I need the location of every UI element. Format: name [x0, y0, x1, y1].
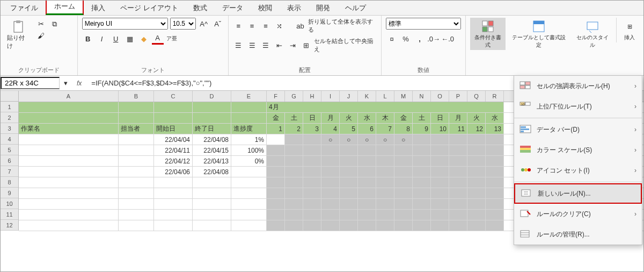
- dd-top-bottom[interactable]: 10 上位/下位ルール(T) ›: [514, 96, 642, 117]
- tab-review[interactable]: 校閲: [251, 1, 280, 15]
- cell-gantt[interactable]: [449, 167, 467, 177]
- align-top-icon[interactable]: ≡: [233, 20, 244, 32]
- cell-day-name[interactable]: 水: [486, 113, 504, 123]
- cell-day-num[interactable]: 1: [267, 124, 285, 134]
- cell[interactable]: [486, 210, 504, 220]
- cell[interactable]: [267, 188, 285, 198]
- cell-day-num[interactable]: 6: [358, 124, 376, 134]
- tab-data[interactable]: データ: [215, 1, 251, 15]
- cell[interactable]: [413, 199, 431, 209]
- col-header-L[interactable]: L: [376, 91, 394, 102]
- col-header-H[interactable]: H: [303, 91, 321, 102]
- cell-gantt[interactable]: [467, 156, 486, 166]
- conditional-format-button[interactable]: 条件付き書式: [470, 18, 505, 50]
- cell-gantt[interactable]: [285, 145, 303, 155]
- cell[interactable]: [358, 199, 376, 209]
- wrap-text-label[interactable]: 折り返して全体を表示する: [308, 18, 377, 34]
- cell-day-name[interactable]: 月: [321, 113, 340, 123]
- cell[interactable]: [119, 156, 154, 166]
- tab-home[interactable]: ホーム: [46, 0, 84, 15]
- cell-day-name[interactable]: 日: [303, 113, 321, 123]
- col-assignee[interactable]: 担当者: [119, 124, 154, 134]
- cell-month[interactable]: 4月: [267, 102, 504, 112]
- cell[interactable]: [119, 145, 154, 155]
- italic-button[interactable]: I: [96, 33, 108, 45]
- cell-day-name[interactable]: 日: [431, 113, 449, 123]
- cell[interactable]: [413, 177, 431, 188]
- cell[interactable]: [394, 210, 413, 220]
- cell[interactable]: [376, 199, 394, 209]
- dd-icon-sets[interactable]: アイコン セット(I) ›: [514, 160, 642, 181]
- cell[interactable]: [267, 210, 285, 220]
- cell[interactable]: [413, 210, 431, 220]
- increase-font-icon[interactable]: A^: [198, 18, 210, 30]
- cell-day-num[interactable]: 7: [376, 124, 394, 134]
- cell[interactable]: [358, 220, 376, 231]
- number-format-select[interactable]: 標準: [386, 18, 461, 30]
- cell[interactable]: [340, 188, 358, 198]
- cell[interactable]: [19, 220, 119, 231]
- cell[interactable]: [486, 199, 504, 209]
- col-header-B[interactable]: B: [119, 91, 154, 102]
- cell-gantt[interactable]: [394, 156, 413, 166]
- cell[interactable]: [285, 188, 303, 198]
- cell[interactable]: [486, 177, 504, 188]
- cell[interactable]: [193, 113, 231, 123]
- cell-day-num[interactable]: 11: [449, 124, 467, 134]
- cell-start[interactable]: 22/04/11: [154, 145, 193, 155]
- fx-button[interactable]: fx: [71, 80, 87, 87]
- align-left-icon[interactable]: ☰: [233, 39, 244, 51]
- cell[interactable]: [394, 220, 413, 231]
- cell[interactable]: [449, 188, 467, 198]
- cell-day-num[interactable]: 4: [321, 124, 340, 134]
- indent-dec-icon[interactable]: ⇤: [273, 39, 284, 51]
- cell[interactable]: [154, 188, 193, 198]
- col-taskname[interactable]: 作業名: [19, 124, 119, 134]
- cell-gantt[interactable]: [467, 167, 486, 177]
- cell[interactable]: [431, 199, 449, 209]
- col-header-N[interactable]: N: [413, 91, 431, 102]
- row-header-6[interactable]: 6: [1, 155, 18, 166]
- col-header-J[interactable]: J: [340, 91, 358, 102]
- cell-gantt[interactable]: [303, 134, 321, 145]
- wrap-text-icon[interactable]: ab: [295, 20, 306, 32]
- cell-gantt[interactable]: [467, 145, 486, 155]
- cell[interactable]: [267, 199, 285, 209]
- cell-day-num[interactable]: 13: [486, 124, 504, 134]
- col-header-I[interactable]: I: [321, 91, 340, 102]
- cell[interactable]: [358, 188, 376, 198]
- cell-styles-button[interactable]: セルのスタイル: [573, 18, 613, 50]
- cell-gantt[interactable]: ○: [394, 134, 413, 145]
- cell[interactable]: [467, 199, 486, 209]
- cell-gantt[interactable]: [267, 167, 285, 177]
- cell[interactable]: [119, 177, 154, 188]
- cell[interactable]: [19, 167, 119, 177]
- name-box[interactable]: [1, 77, 60, 89]
- tab-file[interactable]: ファイル: [3, 1, 46, 15]
- cell-gantt[interactable]: [413, 156, 431, 166]
- cell[interactable]: [449, 199, 467, 209]
- cell-gantt[interactable]: [467, 134, 486, 145]
- cell-progress[interactable]: 100%: [231, 145, 267, 155]
- cell-end[interactable]: 22/04/08: [193, 134, 231, 145]
- row-header-11[interactable]: 11: [1, 209, 18, 220]
- cell[interactable]: [321, 210, 340, 220]
- insert-cells-button[interactable]: ⊞ 挿入: [620, 18, 639, 42]
- cell-end[interactable]: 22/04/15: [193, 145, 231, 155]
- cell[interactable]: [376, 210, 394, 220]
- cell-progress[interactable]: 0%: [231, 156, 267, 166]
- col-header-C[interactable]: C: [154, 91, 193, 102]
- cell-gantt[interactable]: [358, 167, 376, 177]
- cell-gantt[interactable]: ○: [340, 134, 358, 145]
- cell-gantt[interactable]: [285, 156, 303, 166]
- cell-day-name[interactable]: 火: [467, 113, 486, 123]
- cell-day-num[interactable]: 10: [431, 124, 449, 134]
- cell-gantt[interactable]: [431, 167, 449, 177]
- cell[interactable]: [285, 177, 303, 188]
- cell-gantt[interactable]: [267, 145, 285, 155]
- cell[interactable]: [303, 188, 321, 198]
- cell[interactable]: [267, 220, 285, 231]
- cell[interactable]: [413, 220, 431, 231]
- cell-day-num[interactable]: 2: [285, 124, 303, 134]
- cell-day-name[interactable]: 土: [285, 113, 303, 123]
